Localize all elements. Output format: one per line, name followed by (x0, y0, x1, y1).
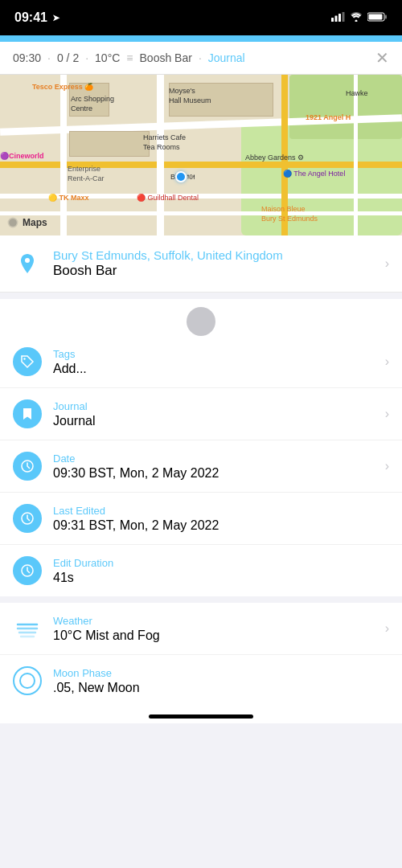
section-divider-1 (0, 293, 402, 299)
weather-icon (13, 614, 42, 643)
map-label-angel-hotel: 🔵 The Angel Hotel (283, 170, 345, 178)
map-label-arc: Arc ShoppingCentre (71, 95, 114, 113)
location-arrow-icon: ➤ (52, 13, 59, 23)
date-chevron-icon: › (385, 459, 389, 473)
apple-maps-badge: Maps (6, 216, 47, 229)
drag-handle-area (0, 299, 402, 336)
journal-value: Journal (53, 414, 374, 428)
map-view[interactable]: Tesco Express 🍊 Arc ShoppingCentre Moyse… (0, 75, 402, 235)
last-edited-icon-wrap (13, 504, 42, 533)
date-row[interactable]: Date 09:30 BST, Mon, 2 May 2022 › (0, 440, 402, 493)
header-separator4: · (199, 51, 202, 64)
header-journal-link[interactable]: Journal (208, 51, 245, 64)
moon-label: Moon Phase (53, 667, 389, 679)
svg-point-7 (25, 258, 30, 263)
weather-value: 10°C Mist and Fog (53, 628, 374, 643)
header-counter: 0 / 2 (57, 51, 79, 64)
svg-rect-1 (335, 15, 338, 22)
map-label-maison: Maison BleueBury St Edmunds (261, 205, 318, 223)
map-label-angel: 1921 Angel H (306, 113, 351, 121)
home-indicator-area (0, 706, 402, 723)
clock-icon-3 (20, 563, 35, 578)
edit-duration-icon-wrap (13, 556, 42, 585)
journal-icon-wrap (13, 399, 42, 428)
moon-phase-icon (19, 673, 35, 689)
moon-value: .05, New Moon (53, 681, 389, 695)
svg-rect-3 (343, 12, 345, 22)
weather-row[interactable]: Weather 10°C Mist and Fog › (0, 603, 402, 655)
time-display: 09:41 (14, 10, 47, 25)
edit-duration-row: Edit Duration 41s (0, 545, 402, 596)
journal-label: Journal (53, 400, 374, 412)
tag-icon (20, 354, 35, 369)
tags-value: Add... (53, 362, 374, 376)
journal-chevron-icon: › (385, 407, 389, 421)
tags-chevron-icon: › (385, 354, 389, 369)
location-row[interactable]: Bury St Edmunds, Suffolk, United Kingdom… (0, 235, 402, 293)
weather-chevron-icon: › (385, 621, 389, 636)
map-label-guildhall: 🔴 Guildhall Dental (137, 194, 199, 202)
map-label-cineworld: 🟣Cineworld (0, 152, 44, 160)
status-icons (331, 12, 388, 24)
signal-icon (331, 12, 345, 24)
map-label-tesco: Tesco Express 🍊 (32, 83, 93, 91)
moon-phase-row: Moon Phase .05, New Moon (0, 655, 402, 706)
tags-label: Tags (53, 348, 374, 360)
map-label-abbey: Abbey Gardens ⚙ (245, 154, 304, 162)
location-chevron-icon: › (385, 256, 389, 271)
header-meta: 09:30 · 0 / 2 · 10°C ≡ Boosh Bar · Journ… (13, 51, 245, 64)
header-location: Boosh Bar (140, 51, 192, 64)
status-time: 09:41 ➤ (14, 10, 59, 25)
weather-label: Weather (53, 615, 374, 627)
svg-rect-2 (338, 14, 341, 22)
header-separator2: · (85, 51, 88, 64)
moon-content: Moon Phase .05, New Moon (53, 667, 389, 695)
maps-wordmark: Maps (23, 217, 47, 228)
last-edited-label: Last Edited (53, 505, 389, 517)
tags-row[interactable]: Tags Add... › (0, 336, 402, 388)
app-header: 09:30 · 0 / 2 · 10°C ≡ Boosh Bar · Journ… (0, 42, 402, 75)
map-label-tkmaxx: 🟡 TK Maxx (48, 194, 89, 202)
last-edited-content: Last Edited 09:31 BST, Mon, 2 May 2022 (53, 505, 389, 533)
header-temp: 10°C (95, 51, 120, 64)
svg-point-8 (23, 358, 25, 359)
clock-icon-2 (20, 511, 35, 526)
location-pin-icon (16, 252, 39, 275)
date-value: 09:30 BST, Mon, 2 May 2022 (53, 466, 374, 481)
weather-moon-section: Weather 10°C Mist and Fog › Moon Phase .… (0, 603, 402, 706)
weather-content: Weather 10°C Mist and Fog (53, 615, 374, 643)
svg-rect-5 (385, 14, 387, 18)
current-location-dot (175, 171, 187, 182)
svg-rect-6 (369, 14, 383, 19)
location-name: Boosh Bar (53, 263, 374, 279)
status-bar: 09:41 ➤ (0, 0, 402, 35)
detail-section: Tags Add... › Journal Journal › Date 09:… (0, 336, 402, 596)
close-button[interactable]: ✕ (375, 50, 389, 66)
tags-content: Tags Add... (53, 348, 374, 376)
battery-icon (367, 12, 388, 24)
edit-duration-content: Edit Duration 41s (53, 557, 389, 585)
map-label-harriets: Harriets CafeTea Rooms (143, 133, 186, 152)
wifi-icon (350, 12, 363, 24)
edit-duration-value: 41s (53, 571, 389, 585)
date-content: Date 09:30 BST, Mon, 2 May 2022 (53, 452, 374, 481)
notification-stripe (0, 35, 402, 42)
section-divider-2 (0, 596, 402, 603)
journal-row[interactable]: Journal Journal › (0, 388, 402, 440)
location-text: Bury St Edmunds, Suffolk, United Kingdom… (53, 248, 374, 279)
header-separator1: · (47, 51, 51, 64)
map-label-hawke: Hawke (346, 89, 368, 97)
location-icon-wrap (13, 249, 42, 278)
last-edited-row: Last Edited 09:31 BST, Mon, 2 May 2022 (0, 493, 402, 545)
svg-rect-0 (331, 18, 334, 22)
clock-icon (20, 459, 35, 473)
bookmark-icon (20, 407, 35, 421)
date-label: Date (53, 452, 374, 465)
map-background: Tesco Express 🍊 Arc ShoppingCentre Moyse… (0, 75, 402, 235)
drag-handle (187, 307, 215, 336)
journal-content: Journal Journal (53, 400, 374, 428)
date-icon-wrap (13, 452, 42, 481)
home-indicator-bar (149, 714, 253, 719)
map-label-moyse: Moyse'sHall Museum (169, 87, 211, 105)
moon-icon-wrap (13, 666, 42, 695)
